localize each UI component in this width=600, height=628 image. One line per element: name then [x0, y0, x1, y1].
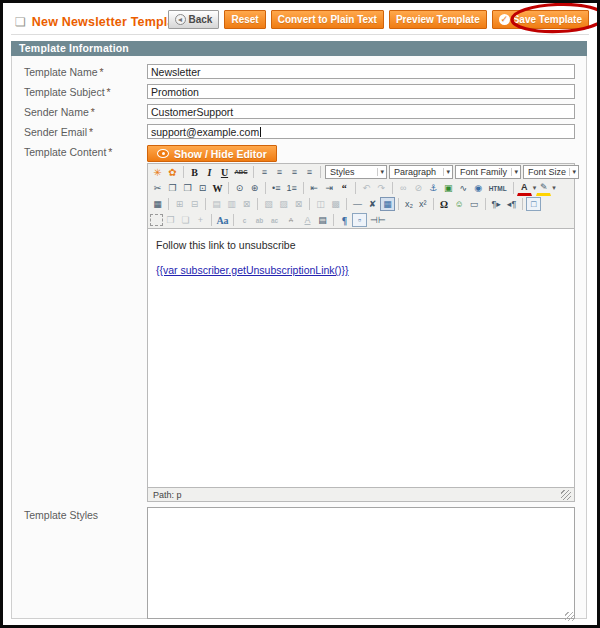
delete-row-icon[interactable]: ⊠ — [239, 197, 254, 211]
rtl-icon[interactable]: ◂¶ — [504, 197, 519, 211]
convert-to-plain-text-button[interactable]: Convert to Plain Text — [271, 10, 384, 29]
background-color-icon[interactable]: ✎ — [536, 181, 551, 196]
anchor-icon[interactable]: ⚓ — [426, 181, 441, 195]
find-replace-icon[interactable]: ⊛ — [247, 181, 262, 195]
cell-properties-icon[interactable]: ⊟ — [187, 197, 202, 211]
sender-name-label: Sender Name* — [24, 104, 147, 119]
template-subject-row: Template Subject* Promotion — [24, 84, 586, 99]
insert-media-icon[interactable]: ◉ — [471, 181, 486, 195]
back-button[interactable]: ◂ Back — [168, 10, 220, 29]
paste-from-word-icon[interactable]: W — [210, 181, 225, 195]
editor-content-area[interactable]: Follow this link to unsubscribe {{var su… — [148, 228, 574, 487]
split-cells-icon[interactable]: ◫ — [313, 197, 328, 211]
insert-widget-icon[interactable]: ✳ — [150, 165, 165, 179]
delete-column-icon[interactable]: ⊠ — [291, 197, 306, 211]
sender-email-input[interactable]: support@example.com — [147, 124, 575, 139]
indent-icon[interactable]: ⇥ — [322, 181, 337, 195]
paste-icon[interactable]: ❒ — [180, 181, 195, 195]
chevron-down-icon[interactable]: ▾ — [552, 184, 556, 192]
editor-status-bar: Path: p — [148, 487, 574, 501]
underline-icon[interactable]: U — [217, 165, 232, 179]
special-character-icon[interactable]: Ω — [437, 197, 452, 211]
chevron-down-icon: ▾ — [569, 168, 576, 176]
font-family-select[interactable]: Font Family ▾ — [455, 165, 521, 179]
remove-format-icon[interactable]: ✘ — [365, 197, 380, 211]
abbreviation-icon[interactable]: ab — [252, 213, 267, 227]
move-forward-icon[interactable]: ❐ — [163, 213, 178, 227]
strikethrough-icon[interactable]: ABC — [232, 165, 250, 179]
horizontal-rule-icon[interactable]: — — [350, 197, 365, 211]
template-subject-input[interactable]: Promotion — [147, 84, 575, 99]
redo-icon[interactable]: ↷ — [374, 181, 389, 195]
styles-select[interactable]: Styles ▾ — [325, 165, 387, 179]
unsubscribe-variable-link[interactable]: {{var subscriber.getUnsubscriptionLink()… — [156, 264, 349, 276]
fullscreen-icon[interactable]: □ — [526, 197, 541, 211]
media-embed-icon[interactable]: ▭ — [467, 197, 482, 211]
align-justify-icon[interactable]: ≡ — [302, 165, 317, 179]
preview-template-button[interactable]: Preview Template — [389, 10, 487, 29]
insert-image-icon[interactable]: ▣ — [441, 181, 456, 195]
insert-column-after-icon[interactable]: ▨ — [276, 197, 291, 211]
edit-html-icon[interactable]: HTML — [486, 181, 510, 195]
nonbreaking-space-icon[interactable]: ▫ — [352, 213, 367, 227]
acronym-icon[interactable]: ac — [267, 213, 282, 227]
blockquote-icon[interactable]: “ — [337, 181, 352, 195]
row-properties-icon[interactable]: ⊞ — [172, 197, 187, 211]
required-asterisk: * — [108, 146, 112, 158]
paste-as-text-icon[interactable]: ⊡ — [195, 181, 210, 195]
undo-icon[interactable]: ↶ — [359, 181, 374, 195]
template-content-label: Template Content* — [24, 144, 147, 502]
insert-table-icon[interactable]: ▦ — [150, 197, 165, 211]
template-name-input[interactable]: Newsletter — [147, 64, 575, 79]
italic-icon[interactable]: I — [202, 165, 217, 179]
insert-link-icon[interactable]: ∞ — [396, 181, 411, 195]
page-break-icon[interactable]: ⊣⊢ — [367, 213, 389, 227]
merge-cells-icon[interactable]: ▩ — [328, 197, 343, 211]
subscript-icon[interactable]: x₂ — [402, 197, 416, 211]
absolute-position-icon[interactable]: + — [193, 213, 208, 227]
textarea-resize-handle[interactable] — [565, 612, 574, 621]
superscript-icon[interactable]: x² — [416, 197, 430, 211]
template-subject-label: Template Subject* — [24, 84, 147, 99]
text-color-icon[interactable]: A — [517, 181, 532, 196]
save-template-button[interactable]: ✓ Save Template — [492, 10, 589, 29]
show-hide-editor-button[interactable]: Show / Hide Editor — [147, 145, 277, 162]
font-size-select[interactable]: Font Size ▾ — [523, 165, 579, 179]
insert-layer-icon[interactable]: ▫ — [150, 214, 163, 226]
align-center-icon[interactable]: ≡ — [272, 165, 287, 179]
find-icon[interactable]: ⊙ — [232, 181, 247, 195]
format-select[interactable]: Paragraph ▾ — [389, 165, 453, 179]
numbered-list-icon[interactable]: 1≡ — [283, 181, 299, 195]
style-properties-icon[interactable]: Aa — [215, 213, 230, 227]
insert-row-after-icon[interactable]: ▥ — [224, 197, 239, 211]
emotions-icon[interactable]: ☺ — [452, 197, 467, 211]
bullet-list-icon[interactable]: •≡ — [269, 181, 283, 195]
bold-icon[interactable]: B — [187, 165, 202, 179]
align-left-icon[interactable]: ≡ — [257, 165, 272, 179]
cut-icon[interactable]: ✂ — [150, 181, 165, 195]
cleanup-icon[interactable]: ∿ — [456, 181, 471, 195]
copy-icon[interactable]: ❐ — [165, 181, 180, 195]
template-styles-textarea[interactable] — [147, 507, 575, 619]
insertion-icon[interactable]: A — [300, 213, 315, 227]
page-title: New Newsletter Template — [32, 15, 186, 29]
insert-row-before-icon[interactable]: ▤ — [209, 197, 224, 211]
reset-button[interactable]: Reset — [224, 10, 265, 29]
outdent-icon[interactable]: ⇤ — [307, 181, 322, 195]
editor-resize-handle[interactable] — [561, 490, 571, 500]
attributes-icon[interactable]: ▤ — [315, 213, 330, 227]
toolbar-separator — [320, 166, 321, 178]
insert-column-before-icon[interactable]: ▧ — [261, 197, 276, 211]
visual-characters-icon[interactable]: ¶ — [337, 213, 352, 227]
align-right-icon[interactable]: ≡ — [287, 165, 302, 179]
template-name-row: Template Name* Newsletter — [24, 64, 586, 79]
move-backward-icon[interactable]: ❏ — [178, 213, 193, 227]
unlink-icon[interactable]: ⊘ — [411, 181, 426, 195]
cite-icon[interactable]: c — [237, 213, 252, 227]
toolbar-separator — [265, 182, 266, 194]
ltr-icon[interactable]: ¶▸ — [489, 197, 504, 211]
deletion-icon[interactable]: A — [282, 213, 300, 227]
visual-aid-icon[interactable]: ▦ — [380, 197, 395, 211]
insert-variable-icon[interactable]: ✿ — [165, 165, 180, 179]
sender-name-input[interactable]: CustomerSupport — [147, 104, 575, 119]
